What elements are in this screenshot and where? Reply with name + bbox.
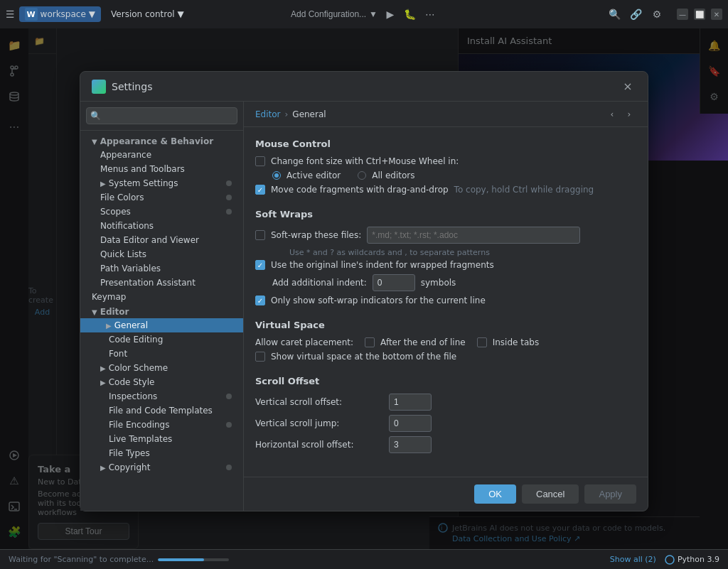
- workspace-button[interactable]: W workspace ▼: [19, 6, 101, 22]
- soft-wraps-section: Soft Wraps Soft-wrap these files: Use * …: [255, 209, 636, 305]
- tree-appearance-behavior[interactable]: ▼ Appearance & Behavior: [80, 134, 243, 148]
- breadcrumb-editor[interactable]: Editor: [255, 109, 281, 119]
- original-indent-checkbox[interactable]: [255, 260, 265, 270]
- statusbar-right: Show all (2) Python 3.9: [610, 555, 719, 565]
- tree-live-templates[interactable]: Live Templates: [80, 432, 243, 446]
- tree-scopes[interactable]: Scopes: [80, 205, 243, 219]
- tree-presentation-assistant[interactable]: Presentation Assistant: [80, 276, 243, 290]
- horizontal-scroll-offset-input[interactable]: [389, 436, 432, 453]
- python-label: Python 3.9: [678, 555, 719, 564]
- inside-tabs-checkbox[interactable]: [477, 337, 487, 347]
- mouse-control-section: Mouse Control Change font size with Ctrl…: [255, 139, 636, 195]
- indent-value-input[interactable]: [373, 274, 415, 291]
- tree-inspections[interactable]: Inspections: [80, 389, 243, 403]
- hamburger-icon[interactable]: ☰: [6, 9, 15, 20]
- virtual-space-title: Virtual Space: [255, 320, 636, 330]
- more-run-icon[interactable]: ⋯: [423, 7, 437, 21]
- tree-data-editor[interactable]: Data Editor and Viewer: [80, 233, 243, 247]
- tree-keymap[interactable]: Keymap: [80, 290, 243, 304]
- close-button[interactable]: ✕: [711, 9, 722, 20]
- font-size-checkbox[interactable]: [255, 156, 265, 166]
- tree-code-style[interactable]: ▶ Code Style: [80, 375, 243, 389]
- forward-button[interactable]: ›: [622, 107, 636, 121]
- tree-file-colors[interactable]: File Colors: [80, 190, 243, 205]
- allow-caret-label: Allow caret placement:: [255, 337, 353, 347]
- tree-notifications[interactable]: Notifications: [80, 219, 243, 233]
- tree-quick-lists[interactable]: Quick Lists: [80, 247, 243, 261]
- tree-general[interactable]: ▶ General: [80, 318, 243, 332]
- apply-button[interactable]: Apply: [584, 484, 636, 504]
- move-code-label: Move code fragments with drag-and-drop: [271, 185, 449, 195]
- move-code-checkbox[interactable]: [255, 185, 265, 195]
- tree-font[interactable]: Font: [80, 347, 243, 361]
- vertical-scroll-offset-row: Vertical scroll offset:: [255, 394, 636, 411]
- python-badge[interactable]: Python 3.9: [665, 555, 719, 565]
- all-editors-radio[interactable]: [358, 171, 366, 180]
- tree-editor[interactable]: ▼ Editor: [80, 304, 243, 318]
- debug-icon[interactable]: 🐛: [403, 7, 417, 21]
- soft-wrap-files-label: Soft-wrap these files:: [271, 230, 361, 240]
- tree-system-settings[interactable]: ▶ System Settings: [80, 176, 243, 190]
- tree-file-code-templates[interactable]: File and Code Templates: [80, 403, 243, 418]
- dialog-body: 🔍 ▼ Appearance & Behavior Appearance Men…: [80, 102, 648, 511]
- vertical-scroll-jump-row: Vertical scroll jump:: [255, 415, 636, 432]
- chevron-right-icon4: ▶: [100, 379, 106, 386]
- add-config-chevron: ▼: [369, 9, 378, 19]
- vertical-scroll-jump-input[interactable]: [389, 415, 432, 432]
- add-config-button[interactable]: Add Configuration... ▼: [291, 9, 378, 19]
- add-config-label: Add Configuration...: [291, 9, 366, 19]
- allow-caret-row: Allow caret placement: After the end of …: [255, 337, 636, 347]
- tree-copyright[interactable]: ▶ Copyright: [80, 460, 243, 475]
- settings-content: Editor › General ‹ › Mouse Control: [244, 102, 648, 511]
- tree-path-variables[interactable]: Path Variables: [80, 261, 243, 276]
- ok-button[interactable]: OK: [474, 484, 516, 504]
- tree-menus-toolbars[interactable]: Menus and Toolbars: [80, 162, 243, 176]
- run-icon[interactable]: ▶: [383, 7, 397, 21]
- show-all-link[interactable]: Show all (2): [610, 555, 656, 564]
- tree-file-encodings[interactable]: File Encodings: [80, 418, 243, 432]
- tree-file-types[interactable]: File Types: [80, 446, 243, 460]
- search-icon[interactable]: 🔍: [607, 7, 621, 21]
- dialog-footer: OK Cancel Apply: [244, 477, 648, 511]
- tree-color-scheme[interactable]: ▶ Color Scheme: [80, 361, 243, 375]
- active-editor-row: Active editor All editors: [255, 170, 636, 180]
- original-indent-label: Use the original line's indent for wrapp…: [271, 260, 494, 270]
- titlebar: ☰ W workspace ▼ Version control ▼ Add Co…: [0, 0, 728, 28]
- cancel-button[interactable]: Cancel: [522, 484, 579, 504]
- vcs-button[interactable]: Version control ▼: [105, 8, 190, 21]
- active-editor-radio[interactable]: [272, 171, 281, 180]
- soft-wrap-input[interactable]: [367, 227, 580, 244]
- chevron-right-icon2: ▶: [106, 322, 112, 330]
- maximize-button[interactable]: ⬜: [694, 9, 705, 20]
- settings-search: 🔍: [80, 102, 243, 131]
- minimize-button[interactable]: —: [677, 9, 688, 20]
- show-virtual-space-checkbox[interactable]: [255, 352, 265, 362]
- dialog-header: Settings ×: [80, 72, 648, 102]
- move-code-row: Move code fragments with drag-and-drop T…: [255, 185, 636, 195]
- breadcrumb: Editor › General ‹ ›: [244, 102, 648, 127]
- only-show-soft-wrap-label: Only show soft-wrap indicators for the c…: [271, 296, 486, 305]
- settings-dialog: Settings × 🔍 ▼ Appearance & Behavi: [80, 71, 648, 511]
- chevron-right-icon3: ▶: [100, 364, 106, 372]
- after-end-label: After the end of line: [380, 337, 466, 347]
- share-icon[interactable]: 🔗: [628, 7, 643, 21]
- dialog-title: Settings: [112, 81, 152, 92]
- add-indent-row: Add additional indent: symbols: [255, 274, 636, 291]
- soft-wrap-checkbox[interactable]: [255, 230, 265, 240]
- vertical-scroll-offset-input[interactable]: [389, 394, 432, 411]
- close-dialog-button[interactable]: ×: [619, 78, 636, 95]
- settings-search-input[interactable]: [86, 107, 237, 124]
- workspace-label: workspace: [41, 9, 86, 19]
- tree-appearance[interactable]: Appearance: [80, 148, 243, 162]
- gear-icon[interactable]: ⚙: [650, 7, 664, 21]
- mouse-control-title: Mouse Control: [255, 139, 636, 149]
- soft-wrap-files-row: Soft-wrap these files:: [255, 227, 636, 244]
- after-end-checkbox[interactable]: [365, 337, 375, 347]
- tree-code-editing[interactable]: Code Editing: [80, 332, 243, 347]
- back-button[interactable]: ‹: [605, 107, 619, 121]
- search-wrap: 🔍: [86, 107, 237, 124]
- original-indent-row: Use the original line's indent for wrapp…: [255, 260, 636, 270]
- workspace-chevron: ▼: [89, 9, 95, 19]
- only-show-soft-wrap-checkbox[interactable]: [255, 296, 265, 305]
- indent-unit-label: symbols: [421, 278, 456, 288]
